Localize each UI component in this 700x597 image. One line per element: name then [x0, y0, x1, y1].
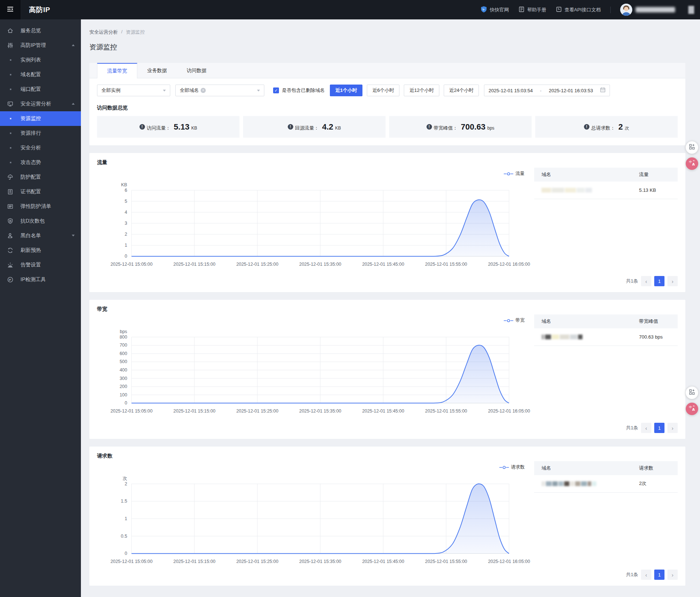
sidebar-item-16[interactable]: 刷新预热 [0, 243, 81, 258]
svg-text:KB: KB [121, 182, 127, 187]
chevron-left-icon[interactable]: ‹ [641, 276, 651, 286]
extension-widget-button[interactable] [686, 387, 698, 399]
stat-unit: 次 [625, 125, 629, 131]
bullet-icon [10, 133, 11, 134]
sidebar-item-3[interactable]: 实例列表 [0, 53, 81, 67]
chart-card-流量: 流量流量01234562025-12-01 15:05:002025-12-01… [89, 153, 685, 292]
header-link-2[interactable]: 帮助手册 [518, 6, 546, 14]
domain-redacted [541, 481, 625, 486]
svg-text:次: 次 [123, 476, 127, 481]
sidebar-item-6[interactable]: 安全运营分析 [0, 97, 81, 111]
chart-legend[interactable]: 带宽 [504, 317, 525, 324]
pagination-total: 共1条 [626, 425, 638, 431]
header-link-1[interactable]: 快快官网 [480, 6, 509, 14]
pagination-page-1[interactable]: 1 [654, 570, 664, 580]
svg-text:A: A [692, 407, 695, 411]
sidebar-item-7[interactable]: 资源监控 [0, 111, 81, 126]
breadcrumb-parent[interactable]: 安全运营分析 [89, 29, 118, 36]
bullet-icon [10, 59, 11, 61]
chevron-left-icon[interactable]: ‹ [641, 570, 651, 580]
sidebar-menu: 服务总览高防IP管理实例列表域名配置端口配置安全运营分析资源监控资源排行安全分析… [0, 23, 81, 287]
tab-2[interactable]: 业务数据 [137, 63, 177, 78]
sidebar-item-18[interactable]: IPIP检测工具 [0, 272, 81, 287]
sidebar-item-11[interactable]: 防护配置 [0, 170, 81, 184]
include-deleted-checkbox-wrap[interactable]: ✓ 是否包含已删除域名 [273, 87, 325, 94]
date-end: 2025-12-01 16:03:53 [549, 88, 593, 93]
table-row[interactable]: 2次 [534, 475, 678, 492]
extension-widget-button[interactable] [686, 141, 698, 154]
svg-text:2025-12-01 15:15:00: 2025-12-01 15:15:00 [174, 408, 216, 414]
checkbox-checked-icon[interactable]: ✓ [273, 87, 279, 93]
clear-icon[interactable]: × [201, 88, 206, 93]
header-actions: 快快官网帮助手册查看API接口文档 [480, 4, 700, 16]
sidebar-item-2[interactable]: 高防IP管理 [0, 38, 81, 53]
overview-card: 流量带宽业务数据访问数据 全部实例 全部域名 × ✓ 是否包含已删除域名 [89, 63, 685, 145]
sidebar-item-label: 资源排行 [0, 130, 41, 137]
svg-text:A: A [692, 162, 695, 166]
bullet-icon [10, 89, 11, 90]
chart-plot[interactable]: 01002003004005006007008002025-12-01 15:0… [97, 327, 525, 417]
api-doc-icon [556, 6, 562, 14]
time-range-button-3[interactable]: 近12个小时 [404, 85, 439, 96]
chart-body: 带宽01002003004005006007008002025-12-01 15… [97, 313, 678, 434]
avatar[interactable] [620, 4, 632, 16]
sidebar-item-9[interactable]: 安全分析 [0, 141, 81, 155]
info-icon: ! [427, 124, 432, 130]
time-range-button-1[interactable]: 近1个小时 [330, 85, 362, 96]
instance-select[interactable]: 全部实例 [97, 85, 170, 96]
stat-unit: KB [191, 126, 197, 131]
sidebar-item-15[interactable]: 黑白名单 [0, 228, 81, 243]
header-link-3[interactable]: 查看API接口文档 [556, 6, 601, 14]
chevron-left-icon[interactable]: ‹ [641, 423, 651, 433]
svg-text:300: 300 [120, 376, 127, 381]
chart-title: 请求数 [97, 453, 678, 459]
pagination-page-1[interactable]: 1 [654, 423, 664, 433]
home-icon [7, 27, 14, 34]
pagination-page-1[interactable]: 1 [654, 276, 664, 286]
header-link-label: 查看API接口文档 [565, 7, 601, 13]
bullet-icon [10, 74, 11, 75]
squares-sparkle-icon [689, 143, 695, 152]
domain-select-value: 全部域名 [180, 87, 199, 94]
tab-3[interactable]: 访问数据 [177, 63, 216, 78]
chevron-right-icon[interactable]: › [667, 570, 678, 580]
sidebar-toggle-button[interactable] [0, 0, 21, 19]
sidebar-item-4[interactable]: 域名配置 [0, 67, 81, 82]
chevron-right-icon[interactable]: › [667, 423, 678, 433]
table-row[interactable]: 700.63 bps [534, 328, 678, 346]
sidebar-item-label: 域名配置 [0, 71, 41, 78]
sidebar-item-8[interactable]: 资源排行 [0, 126, 81, 141]
chart-card-带宽: 带宽带宽01002003004005006007008002025-12-01 … [89, 300, 685, 439]
sidebar-item-17[interactable]: 告警设置 [0, 258, 81, 272]
sidebar-item-10[interactable]: 攻击态势 [0, 155, 81, 170]
time-range-button-2[interactable]: 近6个小时 [367, 85, 399, 96]
time-range-button-4[interactable]: 近24个小时 [444, 85, 479, 96]
user-chip[interactable] [620, 4, 675, 16]
chart-legend[interactable]: 流量 [504, 171, 525, 177]
sidebar-item-12[interactable]: 证书配置 [0, 184, 81, 199]
chevron-right-icon[interactable]: › [667, 276, 678, 286]
chart-legend[interactable]: 请求数 [499, 464, 525, 470]
svg-text:1: 1 [124, 516, 127, 521]
table-row[interactable]: 5.13 KB [534, 182, 678, 199]
svg-text:2: 2 [124, 481, 127, 486]
header-corner-redacted [688, 6, 694, 14]
domain-select[interactable]: 全部域名 × [175, 85, 264, 96]
pagination: 共1条‹1› [534, 423, 678, 434]
svg-text:0: 0 [124, 400, 127, 406]
date-range-picker[interactable]: 2025-12-01 15:03:54 - 2025-12-01 16:03:5… [484, 85, 610, 96]
sidebar-item-14[interactable]: 抗D次数包 [0, 214, 81, 228]
sidebar-item-13[interactable]: 弹性防护清单 [0, 199, 81, 214]
translate-widget-button[interactable]: 中 A [686, 403, 698, 415]
sidebar-item-1[interactable]: 服务总览 [0, 23, 81, 38]
squares-sparkle-icon [689, 389, 695, 397]
legend-marker-icon [499, 466, 509, 469]
translate-widget-button[interactable]: 中 A [686, 157, 698, 170]
tab-1[interactable]: 流量带宽 [97, 63, 137, 78]
checkbox-label: 是否包含已删除域名 [282, 87, 325, 94]
sidebar: 服务总览高防IP管理实例列表域名配置端口配置安全运营分析资源监控资源排行安全分析… [0, 19, 81, 597]
sidebar-item-5[interactable]: 端口配置 [0, 82, 81, 97]
sidebar-item-label: 安全分析 [0, 145, 41, 151]
chart-plot[interactable]: 00.511.522025-12-01 15:05:002025-12-01 1… [97, 473, 525, 568]
chart-plot[interactable]: 01234562025-12-01 15:05:002025-12-01 15:… [97, 180, 525, 270]
